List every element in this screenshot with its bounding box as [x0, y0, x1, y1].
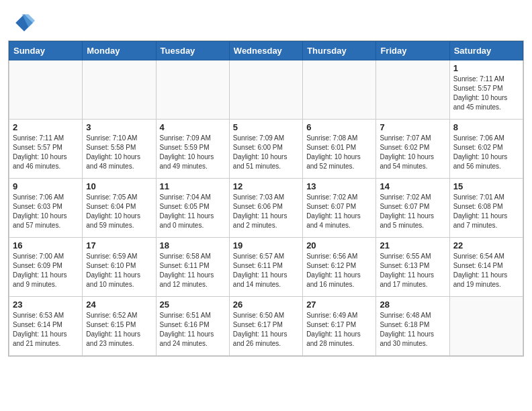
day-number: 13: [306, 181, 372, 191]
calendar-body: 1Sunrise: 7:11 AM Sunset: 5:57 PM Daylig…: [9, 60, 523, 356]
day-number: 10: [86, 181, 152, 191]
col-saturday: Saturday: [449, 42, 523, 60]
day-number: 15: [453, 181, 519, 191]
day-cell: 21Sunrise: 6:55 AM Sunset: 6:13 PM Dayli…: [376, 238, 449, 297]
day-info: Sunrise: 6:50 AM Sunset: 6:17 PM Dayligh…: [233, 311, 299, 349]
day-number: 19: [233, 240, 299, 250]
day-info: Sunrise: 7:04 AM Sunset: 6:05 PM Dayligh…: [160, 193, 226, 230]
day-cell: [229, 60, 302, 120]
day-info: Sunrise: 6:54 AM Sunset: 6:14 PM Dayligh…: [453, 252, 519, 289]
day-info: Sunrise: 7:05 AM Sunset: 6:04 PM Dayligh…: [86, 193, 152, 230]
day-cell: 16Sunrise: 7:00 AM Sunset: 6:09 PM Dayli…: [9, 238, 83, 297]
day-info: Sunrise: 7:03 AM Sunset: 6:06 PM Dayligh…: [233, 193, 299, 230]
day-cell: 11Sunrise: 7:04 AM Sunset: 6:05 PM Dayli…: [156, 179, 229, 238]
week-row-4: 16Sunrise: 7:00 AM Sunset: 6:09 PM Dayli…: [9, 238, 523, 297]
day-number: 14: [380, 181, 445, 191]
day-info: Sunrise: 7:08 AM Sunset: 6:01 PM Dayligh…: [306, 134, 372, 171]
day-info: Sunrise: 7:11 AM Sunset: 5:57 PM Dayligh…: [453, 75, 519, 112]
day-info: Sunrise: 7:09 AM Sunset: 5:59 PM Dayligh…: [160, 134, 226, 171]
day-cell: 5Sunrise: 7:09 AM Sunset: 6:00 PM Daylig…: [229, 120, 302, 179]
day-cell: [449, 297, 523, 356]
day-number: 3: [86, 122, 152, 132]
day-cell: 26Sunrise: 6:50 AM Sunset: 6:17 PM Dayli…: [229, 297, 302, 356]
day-cell: 24Sunrise: 6:52 AM Sunset: 6:15 PM Dayli…: [83, 297, 156, 356]
day-info: Sunrise: 7:00 AM Sunset: 6:09 PM Dayligh…: [13, 252, 79, 289]
day-info: Sunrise: 6:59 AM Sunset: 6:10 PM Dayligh…: [86, 252, 152, 289]
week-row-1: 1Sunrise: 7:11 AM Sunset: 5:57 PM Daylig…: [9, 60, 523, 120]
day-info: Sunrise: 7:01 AM Sunset: 6:08 PM Dayligh…: [453, 193, 519, 230]
day-cell: 6Sunrise: 7:08 AM Sunset: 6:01 PM Daylig…: [303, 120, 376, 179]
day-info: Sunrise: 6:53 AM Sunset: 6:14 PM Dayligh…: [13, 311, 79, 349]
day-number: 8: [453, 122, 519, 132]
day-cell: 8Sunrise: 7:06 AM Sunset: 6:02 PM Daylig…: [449, 120, 523, 179]
header: [0, 0, 532, 40]
day-number: 5: [233, 122, 299, 132]
day-number: 22: [453, 240, 519, 250]
day-number: 9: [13, 181, 79, 191]
day-info: Sunrise: 7:11 AM Sunset: 5:57 PM Dayligh…: [13, 134, 79, 171]
day-number: 23: [13, 300, 79, 310]
day-number: 24: [86, 300, 152, 310]
day-cell: 18Sunrise: 6:58 AM Sunset: 6:11 PM Dayli…: [156, 238, 229, 297]
week-row-2: 2Sunrise: 7:11 AM Sunset: 5:57 PM Daylig…: [9, 120, 523, 179]
day-info: Sunrise: 7:02 AM Sunset: 6:07 PM Dayligh…: [380, 193, 445, 230]
week-row-5: 23Sunrise: 6:53 AM Sunset: 6:14 PM Dayli…: [9, 297, 523, 356]
day-cell: 15Sunrise: 7:01 AM Sunset: 6:08 PM Dayli…: [449, 179, 523, 238]
day-info: Sunrise: 6:55 AM Sunset: 6:13 PM Dayligh…: [380, 252, 445, 289]
week-row-3: 9Sunrise: 7:06 AM Sunset: 6:03 PM Daylig…: [9, 179, 523, 238]
day-cell: 22Sunrise: 6:54 AM Sunset: 6:14 PM Dayli…: [449, 238, 523, 297]
day-number: 28: [380, 300, 445, 310]
day-info: Sunrise: 7:06 AM Sunset: 6:03 PM Dayligh…: [13, 193, 79, 230]
col-monday: Monday: [83, 42, 156, 60]
day-cell: 19Sunrise: 6:57 AM Sunset: 6:11 PM Dayli…: [229, 238, 302, 297]
col-friday: Friday: [376, 42, 449, 60]
day-cell: 13Sunrise: 7:02 AM Sunset: 6:07 PM Dayli…: [303, 179, 376, 238]
day-number: 17: [86, 240, 152, 250]
day-cell: [9, 60, 83, 120]
day-cell: 2Sunrise: 7:11 AM Sunset: 5:57 PM Daylig…: [9, 120, 83, 179]
day-number: 12: [233, 181, 299, 191]
day-info: Sunrise: 7:10 AM Sunset: 5:58 PM Dayligh…: [86, 134, 152, 171]
day-cell: [303, 60, 376, 120]
day-number: 1: [453, 63, 519, 73]
col-wednesday: Wednesday: [229, 42, 302, 60]
day-info: Sunrise: 7:09 AM Sunset: 6:00 PM Dayligh…: [233, 134, 299, 171]
day-number: 16: [13, 240, 79, 250]
day-info: Sunrise: 7:07 AM Sunset: 6:02 PM Dayligh…: [380, 134, 445, 171]
day-cell: 27Sunrise: 6:49 AM Sunset: 6:17 PM Dayli…: [303, 297, 376, 356]
day-cell: 1Sunrise: 7:11 AM Sunset: 5:57 PM Daylig…: [449, 60, 523, 120]
day-number: 18: [160, 240, 226, 250]
day-info: Sunrise: 6:49 AM Sunset: 6:17 PM Dayligh…: [306, 311, 372, 349]
calendar-table: Sunday Monday Tuesday Wednesday Thursday…: [9, 41, 523, 356]
day-cell: 25Sunrise: 6:51 AM Sunset: 6:16 PM Dayli…: [156, 297, 229, 356]
day-cell: 10Sunrise: 7:05 AM Sunset: 6:04 PM Dayli…: [83, 179, 156, 238]
day-cell: 12Sunrise: 7:03 AM Sunset: 6:06 PM Dayli…: [229, 179, 302, 238]
logo: [13, 12, 38, 34]
col-sunday: Sunday: [9, 42, 83, 60]
day-cell: 3Sunrise: 7:10 AM Sunset: 5:58 PM Daylig…: [83, 120, 156, 179]
day-cell: 28Sunrise: 6:48 AM Sunset: 6:18 PM Dayli…: [376, 297, 449, 356]
day-number: 7: [380, 122, 445, 132]
day-cell: 23Sunrise: 6:53 AM Sunset: 6:14 PM Dayli…: [9, 297, 83, 356]
day-info: Sunrise: 6:48 AM Sunset: 6:18 PM Dayligh…: [380, 311, 445, 349]
day-cell: 4Sunrise: 7:09 AM Sunset: 5:59 PM Daylig…: [156, 120, 229, 179]
day-number: 4: [160, 122, 226, 132]
day-number: 20: [306, 240, 372, 250]
day-cell: 9Sunrise: 7:06 AM Sunset: 6:03 PM Daylig…: [9, 179, 83, 238]
day-number: 11: [160, 181, 226, 191]
day-info: Sunrise: 6:52 AM Sunset: 6:15 PM Dayligh…: [86, 311, 152, 349]
day-number: 2: [13, 122, 79, 132]
day-info: Sunrise: 6:58 AM Sunset: 6:11 PM Dayligh…: [160, 252, 226, 289]
col-tuesday: Tuesday: [156, 42, 229, 60]
day-cell: 14Sunrise: 7:02 AM Sunset: 6:07 PM Dayli…: [376, 179, 449, 238]
day-cell: [376, 60, 449, 120]
day-number: 25: [160, 300, 226, 310]
day-number: 21: [380, 240, 445, 250]
day-cell: 17Sunrise: 6:59 AM Sunset: 6:10 PM Dayli…: [83, 238, 156, 297]
day-info: Sunrise: 7:02 AM Sunset: 6:07 PM Dayligh…: [306, 193, 372, 230]
header-row: Sunday Monday Tuesday Wednesday Thursday…: [9, 42, 523, 60]
day-number: 27: [306, 300, 372, 310]
page: Sunday Monday Tuesday Wednesday Thursday…: [0, 0, 532, 411]
day-number: 26: [233, 300, 299, 310]
calendar-header: Sunday Monday Tuesday Wednesday Thursday…: [9, 42, 523, 60]
